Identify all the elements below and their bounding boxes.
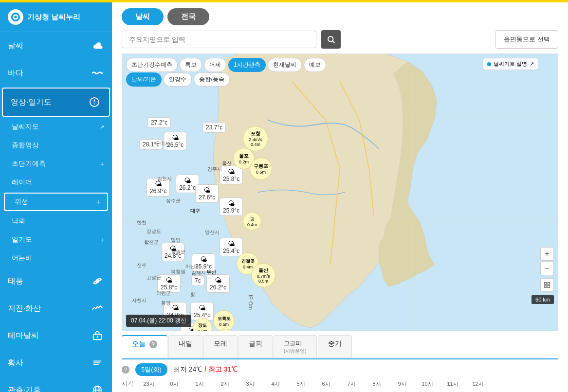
plus-icon-satellite: + <box>96 198 100 206</box>
earthquake-icon <box>91 302 104 315</box>
svg-line-17 <box>332 41 334 43</box>
sidebar-item-theme[interactable]: 테마날씨 <box>0 322 112 349</box>
bubble-dang: 당 0.4m <box>243 212 261 231</box>
map-label-goseong2: 통영 <box>161 300 171 306</box>
weather-node-gyeongju: 🌤 25.9°c <box>220 197 243 216</box>
sidebar-item-observation[interactable]: 관측·기후 <box>0 376 112 392</box>
map-label-gumi: 구미시 <box>155 140 170 147</box>
timeline-row: 시각 23시 0시 1시 2시 3시 4시 5시 6시 7시 8시 9시 10시… <box>122 378 558 390</box>
tab-dayafter[interactable]: 모레 <box>203 335 238 358</box>
sidebar-sub-satellite[interactable]: 위성 + <box>4 193 108 211</box>
weather-node-gyeongsan2: 🌤 27.6°c <box>195 184 219 203</box>
tab-midterm[interactable]: 중기 <box>318 335 352 358</box>
map-legend-button[interactable]: 날씨기호 설명 ↗ <box>483 58 538 70</box>
map-label-gimcheon: 김천시 <box>157 176 172 182</box>
btn-combined-wind[interactable]: 종합/풍속 <box>194 72 229 87</box>
search-input[interactable] <box>122 31 316 48</box>
map-zoom-controls: + − <box>540 247 554 292</box>
bubble-oryukdo: 오륙도 0.5m <box>213 310 235 331</box>
svg-marker-6 <box>93 102 95 106</box>
sidebar-sub-radar[interactable]: 레이더 <box>0 173 112 192</box>
date-help-icon[interactable]: ? <box>122 366 129 374</box>
hour-6: 6시 <box>313 380 339 388</box>
map-scale: 60 km <box>531 295 554 304</box>
legend-dot <box>487 62 491 66</box>
sidebar-item-weather[interactable]: 날씨 <box>0 32 112 59</box>
btn-forecast[interactable]: 예보 <box>304 58 326 72</box>
search-button[interactable] <box>321 30 341 49</box>
sidebar-label-sea: 바다 <box>8 68 23 78</box>
bottom-tabs: 오늘 ? 내일 모레 글피 그글피 (시범운영) 중기 <box>122 335 558 359</box>
region-select-button[interactable]: 읍면동으로 선택 <box>495 30 558 49</box>
tab-weather[interactable]: 날씨 <box>122 8 164 25</box>
sidebar-sub-pressuremap[interactable]: 일기도 + <box>0 231 112 249</box>
btn-weather-temp[interactable]: 날씨/기온 <box>126 72 162 87</box>
hour-23: 23시 <box>136 380 162 388</box>
map-label-ie-om: IE Om <box>248 295 254 310</box>
weather-node-gimhae: 7c <box>191 275 204 286</box>
sidebar-label-image-weather: 영상·일기도 <box>11 97 52 107</box>
plus-icon: + <box>100 160 104 168</box>
map-label-masan: 마산시 <box>185 263 200 270</box>
map-label-jangnyeong: 장녕도 <box>147 228 161 235</box>
sidebar-sub-weathermap[interactable]: 날씨지도 ↗ <box>0 118 112 136</box>
sidebar-item-sea[interactable]: 바다 <box>0 59 112 87</box>
btn-1hour[interactable]: 1시간관측 <box>228 58 266 72</box>
tab-today[interactable]: 오늘 ? <box>122 335 167 358</box>
svg-rect-25 <box>548 285 550 287</box>
layer-button[interactable] <box>540 278 554 292</box>
zoom-in-button[interactable]: + <box>540 247 554 261</box>
sidebar-sub-shortforecast[interactable]: 초단기예측 + <box>0 155 112 173</box>
hour-4: 4시 <box>263 380 288 388</box>
sidebar-sub-lightning[interactable]: 낙뢰 <box>0 212 112 231</box>
hour-10: 10시 <box>415 380 440 388</box>
sidebar-item-typhoon[interactable]: 태풍 <box>0 267 112 295</box>
bubble-pohang: 포항 2.4m/s 0.4m <box>243 126 268 151</box>
hour-3: 3시 <box>238 380 263 388</box>
map-label-jinju: 진주 <box>137 262 147 269</box>
btn-shortforecast[interactable]: 초단기강수예측 <box>126 58 178 72</box>
hour-1: 1시 <box>187 380 212 388</box>
tab-nation[interactable]: 전국 <box>167 8 209 25</box>
map-label-bukchang: 북창원 <box>171 268 185 275</box>
map-label-busan: 부산 <box>206 269 216 276</box>
map-label-milyang: 밀양 <box>171 237 181 244</box>
btn-special[interactable]: 특보 <box>180 58 202 72</box>
sidebar-item-dust[interactable]: 황사 <box>0 349 112 376</box>
map-timestamp: 07.04.(월) 22:00 갱신 <box>126 315 191 327</box>
sidebar-label-observation: 관측·기후 <box>8 385 41 392</box>
tab-nextgeupi[interactable]: 그글피 (시범운영) <box>274 335 317 358</box>
hour-12: 12시 <box>465 380 491 388</box>
sidebar-sub-freezingrain[interactable]: 어는비 <box>0 249 112 267</box>
tab-tomorrow[interactable]: 내일 <box>168 335 202 358</box>
typhoon-icon <box>91 274 104 288</box>
zoom-out-button[interactable]: − <box>540 262 554 275</box>
map-container: 초단기강수예측 특보 어제 1시간관측 현재날씨 예보 날씨/기온 일강수 종합… <box>122 53 558 331</box>
map-label-changwon: 창원군 <box>171 249 185 255</box>
svg-marker-5 <box>93 99 95 102</box>
sidebar: 기상청 날씨누리 날씨 바다 영상·일기도 <box>0 2 112 392</box>
sidebar-item-image-weather[interactable]: 영상·일기도 <box>2 88 110 117</box>
weather-node-ulsan: 🌤 25.8°c <box>220 166 243 184</box>
weather-node-n3: 23.7°c <box>202 122 226 133</box>
hour-0: 0시 <box>162 380 187 388</box>
svg-rect-26 <box>545 285 547 287</box>
tab-geupi[interactable]: 글피 <box>238 335 273 358</box>
map-label-yangsan: 양산시 <box>205 229 220 236</box>
compass-icon <box>88 95 101 109</box>
svg-rect-23 <box>545 283 547 285</box>
map-label-hapcheon: 합천군 <box>144 239 159 246</box>
hour-9: 9시 <box>389 380 415 388</box>
btn-daily-rain[interactable]: 일강수 <box>164 72 192 87</box>
today-help-icon[interactable]: ? <box>149 340 157 348</box>
weather-node-busan: 🌤 26.2°c <box>206 274 230 293</box>
dust-icon <box>91 356 104 370</box>
btn-yesterday[interactable]: 어제 <box>204 58 226 72</box>
sidebar-sub-composite[interactable]: 종합영상 <box>0 136 112 155</box>
search-area: 읍면동으로 선택 <box>112 25 568 53</box>
sidebar-item-earthquake[interactable]: 지진·화산 <box>0 295 112 322</box>
map-label-gyeongju: 경주시 <box>207 166 222 173</box>
map-label-changnyeong: 창 <box>190 291 195 298</box>
btn-current[interactable]: 현재날씨 <box>268 58 302 72</box>
timeline-label: 시각 <box>122 380 136 388</box>
